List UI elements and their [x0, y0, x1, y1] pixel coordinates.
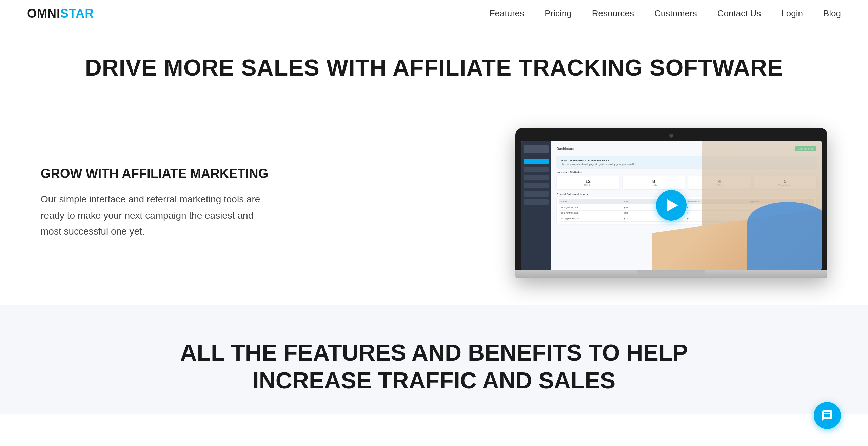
dash-stat-1: 12 Affiliates — [557, 176, 619, 189]
dash-stat-2: 8 Leads — [623, 176, 685, 189]
hero-headline: DRIVE MORE SALES WITH AFFILIATE TRACKING… — [41, 54, 827, 81]
dash-nav-item-1 — [524, 159, 549, 164]
chat-bubble[interactable] — [814, 402, 841, 429]
laptop-foot — [637, 270, 705, 275]
dash-logo — [524, 145, 549, 153]
bottom-headline: ALL THE FEATURES AND BENEFITS TO HELP IN… — [41, 339, 827, 394]
laptop-camera — [669, 134, 673, 138]
dash-sidebar — [521, 141, 551, 270]
laptop-frame: Dashboard Sign Up Free WANT MORE EMAIL S… — [515, 128, 827, 270]
play-icon — [667, 199, 678, 211]
nav-customers[interactable]: Customers — [654, 8, 697, 19]
nav-contact-us[interactable]: Contact Us — [717, 8, 761, 19]
content-subheading: GROW WITH AFFILIATE MARKETING — [41, 166, 271, 181]
content-section: GROW WITH AFFILIATE MARKETING Our simple… — [0, 121, 868, 305]
nav-resources[interactable]: Resources — [592, 8, 634, 19]
nav-pricing[interactable]: Pricing — [545, 8, 571, 19]
main-nav: Features Pricing Resources Customers Con… — [490, 8, 841, 19]
bottom-section: ALL THE FEATURES AND BENEFITS TO HELP IN… — [0, 305, 868, 414]
content-right: Dashboard Sign Up Free WANT MORE EMAIL S… — [515, 128, 827, 278]
dash-nav-item-3 — [524, 175, 549, 180]
logo[interactable]: OMNISTAR — [27, 6, 94, 21]
laptop-screen: Dashboard Sign Up Free WANT MORE EMAIL S… — [521, 141, 822, 270]
person-image — [747, 202, 822, 270]
laptop-base — [515, 270, 827, 278]
content-body: Our simple interface and referral market… — [41, 191, 271, 240]
content-left: GROW WITH AFFILIATE MARKETING Our simple… — [41, 166, 271, 240]
logo-omni: OMNI — [27, 6, 60, 21]
play-button[interactable] — [656, 190, 687, 221]
dash-title: Dashboard — [557, 147, 574, 151]
dash-nav-item-6 — [524, 199, 549, 205]
laptop-mockup: Dashboard Sign Up Free WANT MORE EMAIL S… — [515, 128, 827, 278]
logo-star: STAR — [60, 6, 94, 21]
dash-nav-item-4 — [524, 183, 549, 188]
hero-section: DRIVE MORE SALES WITH AFFILIATE TRACKING… — [0, 27, 868, 121]
nav-login[interactable]: Login — [781, 8, 803, 19]
header: OMNISTAR Features Pricing Resources Cust… — [0, 0, 868, 27]
chat-icon — [821, 409, 833, 422]
dash-nav-item-5 — [524, 191, 549, 197]
dash-nav-item-2 — [524, 167, 549, 172]
nav-features[interactable]: Features — [490, 8, 525, 19]
nav-blog[interactable]: Blog — [823, 8, 841, 19]
